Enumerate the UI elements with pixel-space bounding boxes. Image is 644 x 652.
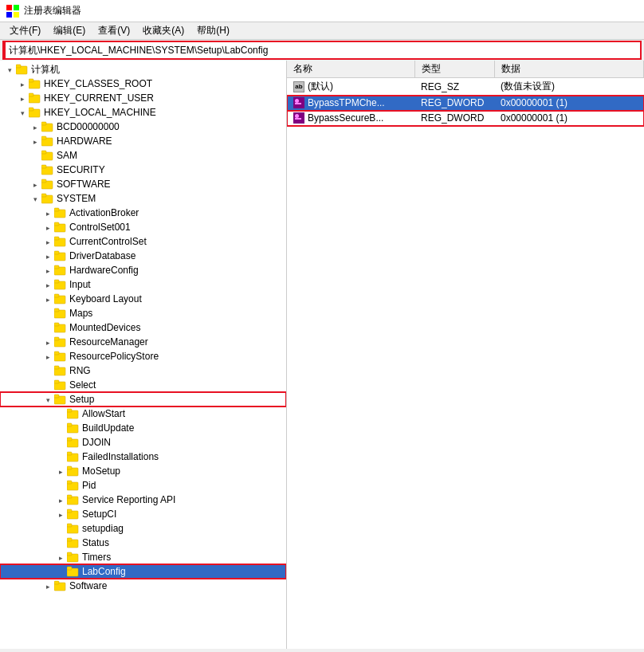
- tree-item-software[interactable]: ▸ SOFTWARE: [0, 177, 286, 191]
- folder-icon-timers: [67, 551, 80, 564]
- expand-icon-keyboardlayout[interactable]: ▸: [41, 295, 54, 304]
- expand-icon-hkcr[interactable]: ▸: [16, 80, 29, 88]
- tree-item-djoin[interactable]: DJOIN: [0, 435, 286, 450]
- tree-item-hklm[interactable]: ▾ HKEY_LOCAL_MACHINE: [0, 105, 286, 120]
- svg-rect-17: [41, 151, 46, 154]
- tree-item-mosetup[interactable]: ▸ MoSetup: [0, 464, 286, 478]
- tree-label-timers: Timers: [82, 552, 111, 563]
- tree-label-hkcu: HKEY_CURRENT_USER: [44, 92, 154, 104]
- tree-item-sam[interactable]: SAM: [0, 148, 286, 163]
- menu-favorites[interactable]: 收藏夹(A): [136, 22, 190, 39]
- tree-item-setupdiag[interactable]: setupdiag: [0, 521, 286, 536]
- expand-icon-hklm[interactable]: ▾: [16, 108, 29, 117]
- table-row-bypasstpm[interactable]: BypassTPMChe...REG_DWORD0x00000001 (1): [287, 96, 644, 111]
- expand-icon-resourcepolicystore[interactable]: ▸: [41, 352, 54, 361]
- svg-rect-23: [41, 194, 46, 197]
- expand-icon-controlset001[interactable]: ▸: [41, 223, 54, 232]
- dword-icon: [293, 97, 304, 108]
- tree-panel[interactable]: ▾ 计算机▸ HKEY_CLASSES_ROOT▸ HKEY_CURRENT_U…: [0, 61, 287, 649]
- expand-icon-activationbroker[interactable]: ▸: [41, 209, 54, 218]
- col-data: 数据: [494, 61, 644, 78]
- menu-view[interactable]: 查看(V): [92, 22, 136, 39]
- expand-icon-computer[interactable]: ▾: [3, 65, 16, 74]
- expand-icon-hkcu[interactable]: ▸: [16, 94, 29, 103]
- table-row-default[interactable]: ab(默认)REG_SZ(数值未设置): [287, 78, 644, 96]
- tree-item-select[interactable]: Select: [0, 378, 286, 392]
- expand-icon-setup[interactable]: ▾: [41, 395, 54, 404]
- expand-icon-hardware[interactable]: ▸: [29, 137, 41, 146]
- tree-item-buildupdate[interactable]: BuildUpdate: [0, 421, 286, 435]
- tree-label-labconfig: LabConfig: [82, 566, 126, 577]
- tree-item-driverdatabase[interactable]: ▸ DriverDatabase: [0, 249, 286, 263]
- svg-rect-0: [6, 5, 12, 10]
- expand-icon-servicereportingapi[interactable]: ▸: [54, 496, 67, 505]
- tree-item-keyboardlayout[interactable]: ▸ Keyboard Layout: [0, 292, 286, 306]
- cell-data-default: (数值未设置): [494, 78, 644, 96]
- expand-icon-hardwareconfig[interactable]: ▸: [41, 266, 54, 275]
- tree-label-setupci: SetupCI: [82, 509, 116, 520]
- tree-item-timers[interactable]: ▸ Timers: [0, 550, 286, 564]
- svg-rect-35: [54, 280, 59, 283]
- tree-item-input[interactable]: ▸ Input: [0, 277, 286, 292]
- tree-label-hkcr: HKEY_CLASSES_ROOT: [44, 78, 152, 89]
- tree-item-mounteddevices[interactable]: MountedDevices: [0, 320, 286, 335]
- tree-item-setupci[interactable]: ▸ SetupCI: [0, 507, 286, 521]
- svg-rect-19: [41, 165, 46, 168]
- svg-rect-49: [54, 380, 59, 383]
- address-bar[interactable]: 计算机\HKEY_LOCAL_MACHINE\SYSTEM\Setup\LabC…: [3, 41, 641, 59]
- expand-icon-timers[interactable]: ▸: [54, 553, 67, 562]
- expand-icon-resourcemanager[interactable]: ▸: [41, 338, 54, 347]
- tree-item-pid[interactable]: Pid: [0, 478, 286, 493]
- tree-item-failedinstallations[interactable]: FailedInstallations: [0, 450, 286, 464]
- tree-item-activationbroker[interactable]: ▸ ActivationBroker: [0, 206, 286, 220]
- tree-item-controlset001[interactable]: ▸ ControlSet001: [0, 220, 286, 234]
- folder-icon-resourcemanager: [54, 336, 67, 348]
- folder-icon-mounteddevices: [54, 321, 67, 334]
- tree-item-setup[interactable]: ▾ Setup: [0, 392, 286, 407]
- expand-icon-software2[interactable]: ▸: [41, 582, 54, 591]
- folder-icon-input: [54, 278, 67, 291]
- expand-icon-input[interactable]: ▸: [41, 281, 54, 289]
- folder-icon-keyboardlayout: [54, 293, 67, 305]
- name-text-bypasssecure: BypassSecureB...: [308, 112, 383, 124]
- tree-item-hkcr[interactable]: ▸ HKEY_CLASSES_ROOT: [0, 77, 286, 91]
- table-row-bypasssecure[interactable]: BypassSecureB...REG_DWORD0x00000001 (1): [287, 111, 644, 126]
- tree-item-allowstart[interactable]: AllowStart: [0, 407, 286, 421]
- expand-icon-bcd[interactable]: ▸: [29, 123, 41, 132]
- expand-icon-currentcontrolset[interactable]: ▸: [41, 238, 54, 246]
- tree-item-software2[interactable]: ▸ Software: [0, 579, 286, 593]
- expand-icon-system[interactable]: ▾: [29, 194, 41, 203]
- tree-label-setupdiag: setupdiag: [82, 523, 124, 534]
- expand-icon-mosetup[interactable]: ▸: [54, 467, 67, 476]
- tree-item-hkcu[interactable]: ▸ HKEY_CURRENT_USER: [0, 91, 286, 105]
- svg-rect-63: [67, 481, 72, 484]
- tree-item-computer[interactable]: ▾ 计算机: [0, 62, 286, 77]
- menu-edit[interactable]: 编辑(E): [47, 22, 92, 39]
- svg-rect-2: [6, 12, 12, 18]
- svg-rect-7: [29, 79, 33, 82]
- tree-label-software2: Software: [69, 580, 107, 591]
- tree-item-hardwareconfig[interactable]: ▸ HardwareConfig: [0, 263, 286, 277]
- expand-icon-setupci[interactable]: ▸: [54, 510, 67, 519]
- tree-item-resourcemanager[interactable]: ▸ ResourceManager: [0, 335, 286, 349]
- tree-item-labconfig[interactable]: LabConfig: [0, 564, 286, 579]
- tree-item-maps[interactable]: Maps: [0, 306, 286, 320]
- tree-label-servicereportingapi: Service Reporting API: [82, 494, 175, 505]
- tree-item-bcd[interactable]: ▸ BCD00000000: [0, 120, 286, 134]
- tree-item-security[interactable]: SECURITY: [0, 163, 286, 177]
- svg-rect-21: [41, 179, 46, 183]
- folder-icon-software2: [54, 579, 67, 592]
- tree-item-resourcepolicystore[interactable]: ▸ ResourcePolicyStore: [0, 349, 286, 363]
- tree-item-servicereportingapi[interactable]: ▸ Service Reporting API: [0, 493, 286, 507]
- menu-help[interactable]: 帮助(H): [190, 22, 236, 39]
- tree-item-currentcontrolset[interactable]: ▸ CurrentControlSet: [0, 234, 286, 249]
- tree-item-status[interactable]: Status: [0, 536, 286, 550]
- expand-icon-software[interactable]: ▸: [29, 180, 41, 189]
- tree-item-system[interactable]: ▾ SYSTEM: [0, 191, 286, 206]
- tree-item-hardware[interactable]: ▸ HARDWARE: [0, 134, 286, 148]
- tree-item-rng[interactable]: RNG: [0, 363, 286, 378]
- menu-file[interactable]: 文件(F): [3, 22, 47, 39]
- expand-icon-driverdatabase[interactable]: ▸: [41, 252, 54, 261]
- svg-rect-43: [54, 337, 59, 340]
- svg-rect-39: [54, 308, 59, 312]
